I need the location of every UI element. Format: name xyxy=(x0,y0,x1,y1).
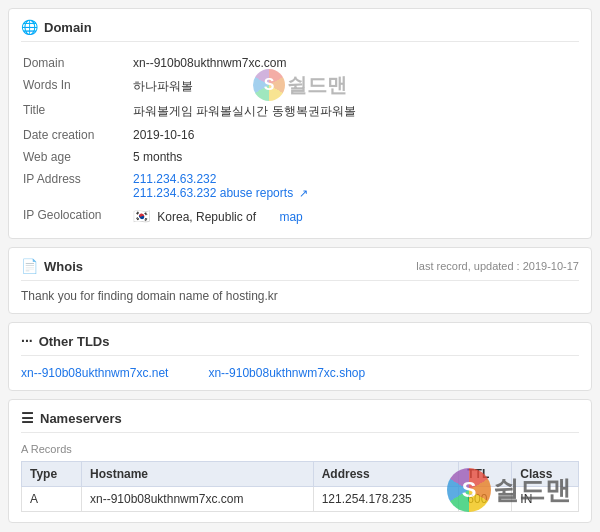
geo-row: IP Geolocation 🇰🇷 Korea, Republic of map xyxy=(21,204,579,228)
col-class: Class xyxy=(512,462,579,487)
whois-title: 📄 Whois xyxy=(21,258,83,274)
ip-abuse-link[interactable]: 211.234.63.232 abuse reports ↗ xyxy=(133,186,308,200)
nameservers-icon: ☰ xyxy=(21,410,34,426)
dns-cell-class: IN xyxy=(512,487,579,512)
nameservers-card: ☰ Nameservers A Records Type Hostname Ad… xyxy=(8,399,592,523)
ip-row: IP Address 211.234.63.232 211.234.63.232… xyxy=(21,168,579,204)
web-age-label: Web age xyxy=(21,146,131,168)
col-ttl: TTL xyxy=(459,462,512,487)
geo-value: 🇰🇷 Korea, Republic of map xyxy=(131,204,579,228)
domain-row: Domain xn--910b08ukthnwm7xc.com xyxy=(21,52,579,74)
date-creation-row: Date creation 2019-10-16 xyxy=(21,124,579,146)
words-in-row: Words In 하나파워볼 xyxy=(21,74,579,99)
domain-info-table: Domain xn--910b08ukthnwm7xc.com Words In… xyxy=(21,52,579,228)
tld-link-shop[interactable]: xn--910b08ukthnwm7xc.shop xyxy=(208,366,365,380)
domain-value: xn--910b08ukthnwm7xc.com xyxy=(131,52,579,74)
geo-label: IP Geolocation xyxy=(21,204,131,228)
whois-header: 📄 Whois last record, updated : 2019-10-1… xyxy=(21,258,579,281)
tlds-icon: ··· xyxy=(21,333,33,349)
ip-link[interactable]: 211.234.63.232 xyxy=(133,172,216,186)
domain-card: 🌐 Domain Domain xn--910b08ukthnwm7xc.com… xyxy=(8,8,592,239)
words-in-label: Words In xyxy=(21,74,131,99)
map-link[interactable]: map xyxy=(279,210,302,224)
a-records-label: A Records xyxy=(21,443,579,455)
dns-cell-hostname: xn--910b08ukthnwm7xc.com xyxy=(81,487,313,512)
web-age-row: Web age 5 months xyxy=(21,146,579,168)
whois-body: Thank you for finding domain name of hos… xyxy=(21,289,579,303)
date-creation-value: 2019-10-16 xyxy=(131,124,579,146)
ip-label: IP Address xyxy=(21,168,131,204)
title-label: Title xyxy=(21,99,131,124)
web-age-value: 5 months xyxy=(131,146,579,168)
col-hostname: Hostname xyxy=(81,462,313,487)
dns-table: Type Hostname Address TTL Class Axn--910… xyxy=(21,461,579,512)
title-value: 파워볼게임 파워볼실시간 동행복권파워볼 xyxy=(131,99,579,124)
tlds-container: xn--910b08ukthnwm7xc.net xn--910b08ukthn… xyxy=(21,366,579,380)
col-address: Address xyxy=(313,462,459,487)
title-row: Title 파워볼게임 파워볼실시간 동행복권파워볼 xyxy=(21,99,579,124)
dns-cell-type: A xyxy=(22,487,82,512)
date-creation-label: Date creation xyxy=(21,124,131,146)
tlds-section-title: ··· Other TLDs xyxy=(21,333,579,356)
domain-section-title: 🌐 Domain xyxy=(21,19,579,42)
external-link-icon: ↗ xyxy=(299,187,308,199)
tld-link-net[interactable]: xn--910b08ukthnwm7xc.net xyxy=(21,366,168,380)
whois-icon: 📄 xyxy=(21,258,38,274)
domain-icon: 🌐 xyxy=(21,19,38,35)
dns-cell-address: 121.254.178.235 xyxy=(313,487,459,512)
korea-flag: 🇰🇷 xyxy=(133,208,150,224)
nameservers-section-title: ☰ Nameservers xyxy=(21,410,579,433)
whois-date: last record, updated : 2019-10-17 xyxy=(416,260,579,272)
words-in-value: 하나파워볼 xyxy=(131,74,579,99)
dns-table-header-row: Type Hostname Address TTL Class xyxy=(22,462,579,487)
dns-table-row: Axn--910b08ukthnwm7xc.com121.254.178.235… xyxy=(22,487,579,512)
col-type: Type xyxy=(22,462,82,487)
whois-card: 📄 Whois last record, updated : 2019-10-1… xyxy=(8,247,592,314)
other-tlds-card: ··· Other TLDs xn--910b08ukthnwm7xc.net … xyxy=(8,322,592,391)
dns-cell-ttl: 600 xyxy=(459,487,512,512)
ip-value: 211.234.63.232 211.234.63.232 abuse repo… xyxy=(131,168,579,204)
domain-label: Domain xyxy=(21,52,131,74)
